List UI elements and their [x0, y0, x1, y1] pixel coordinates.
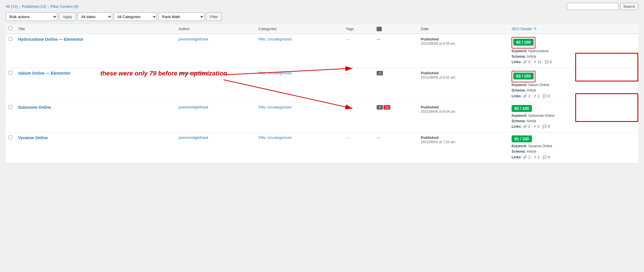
link-comment-icon: 💬 [545, 59, 549, 65]
category-link[interactable]: Pills, Uncategorized [259, 37, 291, 41]
select-all-col [6, 24, 15, 34]
row-checkbox[interactable] [9, 105, 12, 109]
comment-badge-approved: 0 [377, 105, 383, 110]
tags-col-header: Tags [343, 24, 374, 34]
date-string: 2021/08/09 at 8:42 am [421, 75, 455, 79]
row-checkbox-cell [6, 133, 15, 163]
author-cell: premiumlightfrank [176, 133, 256, 163]
tags-cell: — [343, 102, 374, 133]
link-internal-count: 3 [528, 59, 530, 65]
seo-schema-row: Schema: Article [512, 149, 635, 154]
filter-all-link[interactable]: All (13) [6, 4, 17, 9]
seo-links-row: Links: 🔗 1 | ↗ 1 | 💬 0 [512, 155, 635, 160]
link-external-count: 11 [537, 59, 541, 65]
filter-bar-top: All (13) | Published (13) | Pillar Conte… [6, 3, 638, 10]
row-checkbox[interactable] [9, 135, 12, 139]
bulk-actions-select[interactable]: Bulk actions [6, 12, 57, 21]
apply-button[interactable]: Apply [59, 12, 76, 21]
row-checkbox-cell [6, 102, 15, 133]
filter-button[interactable]: Filter [206, 12, 222, 21]
seo-score-badge: 81 / 100 [512, 135, 532, 142]
categories-select[interactable]: All Categories [114, 12, 157, 21]
seo-schema-row: Schema: Article [512, 88, 635, 93]
author-col-header: Author [176, 24, 256, 34]
rankmath-select[interactable]: Rank Math [158, 12, 204, 21]
link-comment-icon: 💬 [543, 124, 547, 129]
comments-cell: 2 [374, 68, 418, 102]
seo-details-cell: 83 / 100 Keyword: Valium Online Schema: … [509, 68, 638, 102]
date-cell: Published 2021/08/08 at 9:04 am [418, 102, 509, 133]
search-input[interactable] [567, 3, 618, 10]
date-status: Published [421, 71, 439, 75]
date-string: 2021/08/08 at 9:04 am [421, 110, 455, 114]
category-link[interactable]: Pills, Uncategorized [259, 135, 291, 140]
link-internal-count: 2 [528, 124, 530, 129]
seo-links-row: Links: 🔗 1 | ↗ 1 | 💬 0 [512, 94, 635, 99]
seo-keyword-row: Keyword: Hydrocodone [512, 48, 635, 54]
posts-table-container: Title Author Categories Tags [6, 24, 638, 163]
categories-cell: Pills, Uncategorized [256, 102, 343, 133]
author-link[interactable]: premiumlightfrank [179, 105, 208, 109]
link-comment-count: 0 [548, 155, 550, 160]
link-internal-icon: 🔗 [523, 155, 527, 160]
link-external-count: 2 [537, 124, 539, 129]
posts-table: Title Author Categories Tags [6, 24, 638, 163]
actions-bar: Bulk actions Apply All dates All Categor… [6, 12, 638, 21]
search-button[interactable]: Search [620, 3, 638, 10]
date-string: 2021/08/09 at 8:59 am [421, 42, 455, 46]
dates-select[interactable]: All dates [78, 12, 112, 21]
select-all-checkbox[interactable] [9, 26, 12, 30]
date-cell: Published 2021/08/04 at 7:20 am [418, 133, 509, 163]
seo-keyword-row: Keyword: Suboxone Online [512, 113, 635, 118]
date-status: Published [421, 37, 439, 41]
seo-schema-row: Schema: Article [512, 118, 635, 124]
date-cell: Published 2021/08/09 at 8:42 am [418, 68, 509, 102]
filter-pillar-link[interactable]: Pillar Content (0) [50, 4, 79, 9]
row-checkbox[interactable] [9, 37, 12, 41]
post-title-link[interactable]: Hydrocodone Online — Elementor [18, 37, 83, 42]
row-checkbox-cell [6, 34, 15, 68]
table-row: Hydrocodone Online — Elementor premiumli… [6, 34, 638, 68]
seo-links-row: Links: 🔗 2 | ↗ 2 | 💬 0 [512, 124, 635, 129]
link-external-count: 1 [537, 94, 539, 99]
tags-cell: — [343, 68, 374, 102]
category-link[interactable]: Pills, Uncategorized [259, 71, 291, 75]
seo-details-cell: 81 / 100 Keyword: Vyvanse Online Schema:… [509, 133, 638, 163]
date-cell: Published 2021/08/09 at 8:59 am [418, 34, 509, 68]
seo-links-row: Links: 🔗 3 | ↗ 11 | 💬 0 [512, 59, 635, 65]
author-link[interactable]: premiumlightfrank [179, 71, 208, 75]
table-row: Vyvanse Online premiumlightfrank Pills, … [6, 133, 638, 163]
filter-published-link[interactable]: Published (13) [22, 4, 46, 9]
link-comment-count: 0 [548, 94, 550, 99]
post-title-link[interactable]: Suboxone Online [18, 105, 51, 110]
date-status: Published [421, 135, 439, 140]
link-comment-count: 0 [548, 124, 550, 129]
category-link[interactable]: Pills, Uncategorized [259, 105, 291, 109]
post-title-link[interactable]: Valium Online — Elementor [18, 71, 71, 75]
date-col-header: Date [418, 24, 509, 34]
seo-details-cell: 83 / 100 Keyword: Suboxone Online Schema… [509, 102, 638, 133]
date-string: 2021/08/04 at 7:20 am [421, 140, 455, 144]
edit-seo-icon[interactable]: ✎ [534, 27, 537, 31]
row-checkbox[interactable] [9, 71, 12, 75]
author-cell: premiumlightfrank [176, 68, 256, 102]
tags-cell: — [343, 133, 374, 163]
seo-keyword-row: Keyword: Valium Online [512, 82, 635, 88]
title-cell: Vyvanse Online [15, 133, 176, 163]
seo-score-badge: 82 / 100 [513, 39, 534, 46]
author-cell: premiumlightfrank [176, 102, 256, 133]
seo-details-cell: 82 / 100 Keyword: Hydrocodone Schema: Ar… [509, 34, 638, 68]
table-row: Suboxone Online premiumlightfrank Pills,… [6, 102, 638, 133]
author-link[interactable]: premiumlightfrank [179, 37, 208, 41]
comments-icon [377, 27, 382, 31]
link-comment-icon: 💬 [543, 155, 547, 160]
comments-col-header [374, 24, 418, 34]
author-link[interactable]: premiumlightfrank [179, 135, 208, 140]
seo-details-col-header: SEO Details ✎ [509, 24, 638, 34]
date-status: Published [421, 105, 439, 109]
post-title-link[interactable]: Vyvanse Online [18, 135, 48, 140]
author-cell: premiumlightfrank [176, 34, 256, 68]
seo-score-badge: 83 / 100 [513, 73, 534, 79]
row-checkbox-cell [6, 68, 15, 102]
filter-links: All (13) | Published (13) | Pillar Conte… [6, 4, 78, 9]
